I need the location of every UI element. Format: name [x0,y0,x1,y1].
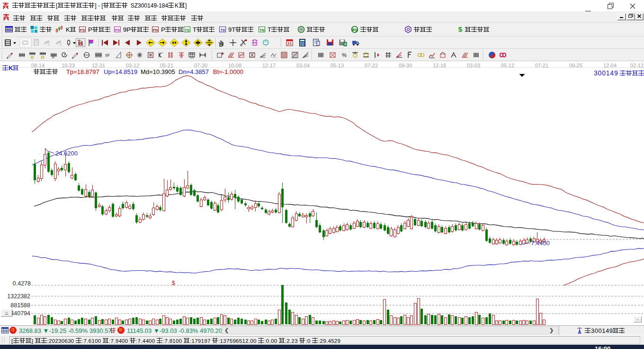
svg-text:03-03: 03-03 [467,63,480,68]
svg-text:10-08: 10-08 [228,63,242,68]
svg-text:F: F [53,55,55,59]
svg-text:PN: PN [152,28,158,32]
svg-text:12-04: 12-04 [603,63,617,68]
svg-text:Big: Big [352,28,357,32]
svg-text:12-16: 12-16 [433,63,446,68]
svg-text:$: $ [458,26,463,33]
svg-text:05-13: 05-13 [331,63,344,68]
svg-text:03-04: 03-04 [296,63,310,68]
svg-text:7.4400: 7.4400 [531,239,550,247]
svg-text:$: $ [172,280,175,286]
svg-text:O: O [41,55,44,59]
svg-text:O: O [30,55,34,59]
svg-text:07-21: 07-21 [535,63,548,68]
svg-text:3: 3 [48,43,50,46]
svg-text:%: % [342,52,347,58]
svg-text:1322382: 1322382 [7,293,30,300]
svg-text:08-14: 08-14 [31,63,45,68]
svg-text:07-30: 07-30 [194,63,207,68]
svg-text:": " [162,52,163,55]
svg-text:T9: T9 [220,28,225,32]
svg-text:12-17: 12-17 [262,63,276,68]
svg-text:02-12: 02-12 [630,63,644,68]
svg-text:440794: 440794 [10,310,30,317]
svg-text:21: 21 [287,41,292,46]
svg-text:10-23: 10-23 [62,63,75,68]
svg-text:05-12: 05-12 [501,63,514,68]
svg-text:123: 123 [190,57,194,59]
svg-text:03-12: 03-12 [126,63,139,68]
svg-text:n²: n² [106,53,110,58]
svg-text:PS: PS [80,28,85,32]
svg-text:09-30: 09-30 [399,63,412,68]
svg-text:05-21: 05-21 [160,63,173,68]
svg-text:TN: TN [259,28,265,32]
svg-text:09-25: 09-25 [569,63,582,68]
svg-text:9: 9 [60,43,62,46]
svg-text:24.6200: 24.6200 [55,150,78,157]
svg-text:12-31: 12-31 [92,63,105,68]
svg-text:P9: P9 [115,28,120,32]
svg-text:881588: 881588 [10,302,30,309]
svg-text:TS: TS [185,28,190,32]
svg-text:07-22: 07-22 [365,63,378,68]
svg-text:0.4278: 0.4278 [13,280,31,287]
